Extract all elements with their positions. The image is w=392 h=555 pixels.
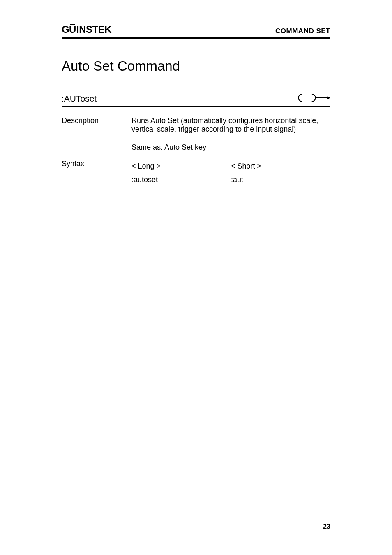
page-title: Auto Set Command xyxy=(62,58,330,74)
description-label: Description xyxy=(62,113,131,156)
syntax-label: Syntax xyxy=(62,156,131,190)
section-label: COMMAND SET xyxy=(275,27,330,35)
command-name: :AUToset xyxy=(62,94,97,104)
set-only-icon xyxy=(295,94,330,104)
syntax-short-value: :aut xyxy=(231,173,330,187)
description-content: Runs Auto Set (automatically configures … xyxy=(131,113,330,156)
description-text: Runs Auto Set (automatically configures … xyxy=(131,116,330,134)
syntax-content: < Long > :autoset < Short > :aut xyxy=(131,156,330,190)
description-sameas: Same as: Auto Set key xyxy=(131,139,330,153)
svg-marker-5 xyxy=(327,96,330,99)
command-header-row: :AUToset xyxy=(62,94,330,107)
svg-text:U: U xyxy=(69,24,76,35)
gwinstek-logo-icon: G U INSTEK xyxy=(62,24,123,35)
svg-rect-2 xyxy=(70,24,75,25)
description-row: Description Runs Auto Set (automatically… xyxy=(62,113,330,156)
page-number: 23 xyxy=(323,523,330,530)
brand-logo: G U INSTEK xyxy=(62,24,123,35)
syntax-row: Syntax < Long > :autoset < Short > :aut xyxy=(62,156,330,190)
command-info-table: Description Runs Auto Set (automatically… xyxy=(62,113,330,190)
syntax-long-header: < Long > xyxy=(131,160,231,173)
svg-text:G: G xyxy=(62,24,69,35)
svg-text:INSTEK: INSTEK xyxy=(76,24,112,35)
page-header: G U INSTEK COMMAND SET xyxy=(62,24,330,39)
syntax-long-value: :autoset xyxy=(131,173,231,187)
syntax-short-header: < Short > xyxy=(231,160,330,173)
